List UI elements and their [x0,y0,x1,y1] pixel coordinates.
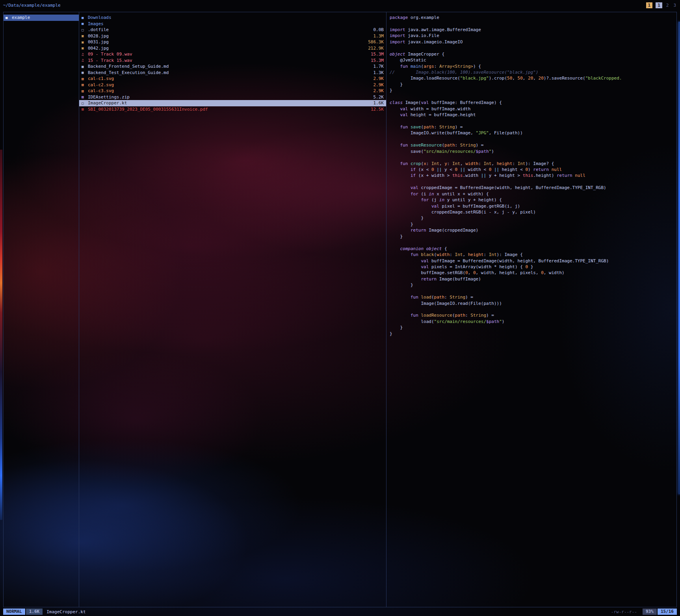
file-row[interactable]: ♫15 - Track 15.wav15.3M [79,58,386,64]
file-row[interactable]: ▧cal-c1.svg2.9K [79,76,386,82]
file-size: 2.9K [370,82,384,87]
file-size: 586.3K [364,39,384,45]
breadcrumb-path: ~/Data/example/example [3,3,61,8]
folder-icon: ■ [6,16,12,20]
tab-2[interactable]: 2 [665,2,670,8]
tab-3[interactable]: 3 [673,2,677,8]
code-line [390,45,675,51]
file-name: cal-c3.svg [88,88,114,93]
file-row[interactable]: ▣0042.jpg212.9K [79,45,386,52]
file-row[interactable]: ▧cal-c2.svg2.9K [79,82,386,88]
code-line: save("src/main/resources/$path") [390,148,675,154]
parent-dir-label: example [12,15,30,20]
file-row[interactable]: ▦Backend_Frontend_Setup_Guide.md1.7K [79,63,386,70]
file-name: 0031.jpg [88,39,109,45]
current-directory-pane: ■Downloads■Images□.dotfile0.0B▣0028.jpg1… [79,12,386,607]
file-name: cal-c2.svg [88,82,114,87]
code-line: val height = buffImage.height [390,112,675,118]
code-line: return Image(croppedImage) [390,227,675,233]
parent-dir-item[interactable]: ■example [4,15,79,21]
folder-icon: ■ [82,16,88,20]
code-line [390,118,675,124]
status-bar: NORMAL 1.6K ImageCropper.kt -rw-r--r-- 9… [3,608,677,615]
code-line [390,288,675,294]
code-line: package org.example [390,15,675,20]
image-icon: ▣ [82,46,88,50]
markdown-icon: ▦ [82,71,88,74]
file-name: IDEAsettings.zip [88,95,130,100]
file-icon: □ [82,28,88,32]
code-line: load("src/main/resources/$path") [390,319,675,325]
file-row[interactable]: ▣0028.jpg1.3M [79,33,386,39]
kotlin-icon: ▢ [82,101,88,105]
file-row[interactable]: ▨IDEAsettings.zip5.2K [79,94,386,100]
file-size: 15.3M [367,52,384,57]
file-row[interactable]: ♫09 - Track 09.wav15.3M [79,51,386,58]
audio-icon: ♫ [82,52,88,56]
code-line: fun save(path: String) = [390,124,675,130]
code-line: if (x < 0 || y < 0 || width < 0 || heigh… [390,167,675,173]
file-name: SBI_0032013739_2023_DE05_0003155631Invoi… [88,107,208,112]
file-row[interactable]: ▧cal-c3.svg2.9K [79,88,386,94]
code-line: fun loadResource(path: String) = [390,312,675,318]
file-row[interactable]: ▢ImageCropper.kt1.6K [79,100,386,106]
file-row[interactable]: ▦Backend_Test_Execution_Guide.md1.3K [79,70,386,76]
file-size: 2.9K [370,76,384,81]
image-icon: ▣ [82,34,88,38]
file-row[interactable]: ■Downloads [79,15,386,21]
file-name: 09 - Track 09.wav [88,52,132,57]
file-name: Images [88,21,104,26]
file-size: 0.0B [370,27,384,32]
cursor-position: 15/16 [658,609,677,615]
svg-icon: ▧ [82,77,88,81]
code-line: } [390,87,675,93]
file-name: Backend_Test_Execution_Guide.md [88,70,169,75]
code-line: fun crop(x: Int, y: Int, width: Int, hei… [390,161,675,167]
code-line: return Image(buffImage) [390,276,675,282]
code-line: } [390,282,675,288]
file-name: Backend_Frontend_Setup_Guide.md [88,64,169,69]
code-line: Image(ImageIO.read(File(path))) [390,301,675,306]
code-line: val width = buffImage.width [390,106,675,112]
file-name: ImageCropper.kt [88,100,127,106]
file-preview-pane: package org.example import java.awt.imag… [386,12,676,607]
file-manager-window: ■example ■Downloads■Images□.dotfile0.0B▣… [3,12,677,607]
code-line [390,239,675,245]
code-line: val pixels = IntArray(width * height) { … [390,264,675,270]
file-name: 0042.jpg [88,46,109,51]
file-size: 2.9K [370,88,384,93]
file-row[interactable]: ▣0031.jpg586.3K [79,39,386,45]
code-line: fun black(width: Int, height: Int): Imag… [390,252,675,258]
code-line: import java.io.File [390,33,675,39]
file-name: 15 - Track 15.wav [88,58,132,63]
tab-1[interactable]: 1 [646,2,653,8]
tab-bar: 1123 [646,2,677,8]
selected-filename: ImageCropper.kt [46,609,85,614]
file-row[interactable]: □.dotfile0.0B [79,27,386,33]
tab-1[interactable]: 1 [656,2,662,8]
code-line: val pixel = buffImage.getRGB(i, j) [390,203,675,209]
code-line: @JvmStatic [390,57,675,63]
code-line [390,154,675,160]
file-permissions: -rw-r--r-- [611,609,637,614]
code-line [390,306,675,312]
code-line: } [390,234,675,239]
file-size: 5.2K [370,95,384,100]
file-size-badge: 1.6K [26,609,43,615]
folder-icon: ■ [82,22,88,26]
file-size: 1.6K [370,100,384,106]
file-name: 0028.jpg [88,33,109,39]
code-line [390,136,675,142]
code-line: } [390,331,675,337]
code-line: } [390,221,675,227]
zip-icon: ▨ [82,95,88,99]
code-line: for (i in x until x + width) { [390,191,675,197]
wallpaper-edge-left [0,150,2,520]
file-row[interactable]: ▥SBI_0032013739_2023_DE05_0003155631Invo… [79,106,386,113]
file-row[interactable]: ■Images [79,21,386,27]
code-line: fun load(path: String) = [390,294,675,300]
code-line: class Image(val buffImage: BufferedImage… [390,100,675,106]
code-line: import java.awt.image.BufferedImage [390,27,675,33]
file-size: 15.3M [367,58,384,63]
code-line [390,179,675,185]
